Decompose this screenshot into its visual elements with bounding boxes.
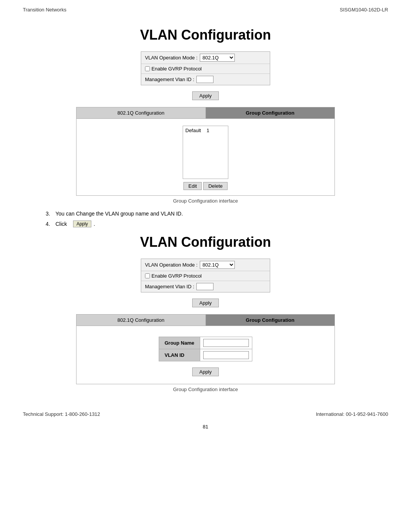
gvrp-row: Enable GVRP Protocol: [141, 64, 270, 74]
step-4-num: 4.: [46, 221, 50, 227]
edit-delete-wrap: Edit Delete: [76, 182, 335, 190]
operation-mode-row-2: VLAN Operation Mode : 802.1Q Port-Based: [141, 259, 270, 271]
vlan-id-label: VLAN ID: [159, 349, 200, 361]
config-box-2: VLAN Operation Mode : 802.1Q Port-Based …: [141, 259, 270, 292]
apply-button-1[interactable]: Apply: [192, 91, 219, 100]
operation-mode-label-2: VLAN Operation Mode :: [145, 262, 198, 268]
step-3-text: You can Change the VLAN group name and V…: [56, 211, 183, 217]
step-3-num: 3.: [46, 211, 50, 217]
group-config-area-2: Group Name Default VLAN ID 1 Apply: [76, 326, 335, 384]
page-footer: Technical Support: 1-800-260-1312 Intern…: [0, 407, 411, 421]
tabs-bar-2: 802.1Q Configuration Group Configuration: [76, 314, 335, 326]
vlan-list-item[interactable]: Default 1: [185, 128, 226, 133]
caption-2: Group Configuration interface: [30, 387, 381, 392]
edit-button[interactable]: Edit: [183, 182, 202, 190]
gvrp-label-2: Enable GVRP Protocol: [151, 273, 202, 279]
apply-button-3[interactable]: Apply: [192, 367, 219, 376]
apply-wrap-1: Apply: [30, 91, 381, 100]
gvrp-checkbox[interactable]: [145, 66, 150, 71]
mgmt-vlan-row-2: Management Vlan ID : 0: [141, 281, 270, 292]
group-name-input[interactable]: Default: [203, 339, 249, 347]
header-right: SISGM1040-162D-LR: [340, 7, 388, 13]
step-4-text2: .: [94, 221, 95, 227]
operation-mode-label: VLAN Operation Mode :: [145, 55, 198, 61]
gvrp-label: Enable GVRP Protocol: [151, 66, 202, 72]
apply-wrap-2: Apply: [30, 299, 381, 307]
caption-1: Group Configuration interface: [30, 198, 381, 204]
mgmt-vlan-input-2[interactable]: 0: [196, 283, 213, 290]
delete-button[interactable]: Delete: [203, 182, 228, 190]
page-title-1: VLAN Configuration: [30, 27, 381, 43]
step-4-text: Click: [56, 221, 67, 227]
group-form-table: Group Name Default VLAN ID 1: [159, 337, 252, 361]
step-3: 3. You can Change the VLAN group name an…: [46, 211, 381, 217]
mgmt-vlan-label-2: Management Vlan ID :: [145, 284, 194, 289]
group-name-row: Group Name Default: [159, 337, 252, 349]
vlan-list-box[interactable]: Default 1: [183, 126, 228, 179]
tab-group-config-1[interactable]: Group Configuration: [206, 107, 335, 118]
page-header: Transition Networks SISGM1040-162D-LR: [0, 0, 411, 16]
footer-international: International: 00-1-952-941-7600: [316, 411, 388, 417]
vlan-id-row: VLAN ID 1: [159, 349, 252, 361]
gvrp-checkbox-2[interactable]: [145, 273, 150, 278]
page-number: 81: [0, 424, 411, 430]
operation-mode-select[interactable]: 802.1Q Port-Based: [200, 54, 235, 62]
inline-apply-button[interactable]: Apply: [73, 220, 91, 227]
config-box-1: VLAN Operation Mode : 802.1Q Port-Based …: [141, 51, 270, 85]
group-name-label: Group Name: [159, 337, 200, 349]
page-title-2: VLAN Configuration: [30, 234, 381, 250]
tabs-bar-1: 802.1Q Configuration Group Configuration: [76, 107, 335, 119]
footer-tech-support: Technical Support: 1-800-260-1312: [23, 411, 100, 417]
header-left: Transition Networks: [23, 7, 66, 13]
group-config-area-1: Default 1 Edit Delete: [76, 119, 335, 196]
operation-mode-select-2[interactable]: 802.1Q Port-Based: [200, 261, 235, 269]
operation-mode-row: VLAN Operation Mode : 802.1Q Port-Based: [141, 52, 270, 64]
mgmt-vlan-input[interactable]: 0: [196, 76, 213, 83]
group-name-input-cell: Default: [200, 337, 252, 349]
vlan-id-input-cell: 1: [200, 349, 252, 361]
mgmt-vlan-row: Management Vlan ID : 0: [141, 74, 270, 85]
vlan-id-input[interactable]: 1: [203, 351, 249, 359]
mgmt-vlan-label: Management Vlan ID :: [145, 77, 194, 82]
apply-button-2[interactable]: Apply: [192, 299, 219, 307]
gvrp-row-2: Enable GVRP Protocol: [141, 271, 270, 281]
apply-wrap-3: Apply: [76, 367, 335, 376]
tab-802q-1[interactable]: 802.1Q Configuration: [76, 107, 206, 118]
tab-802q-2[interactable]: 802.1Q Configuration: [76, 315, 206, 326]
step-4: 4. Click Apply .: [46, 220, 381, 227]
tab-group-config-2[interactable]: Group Configuration: [206, 315, 335, 326]
